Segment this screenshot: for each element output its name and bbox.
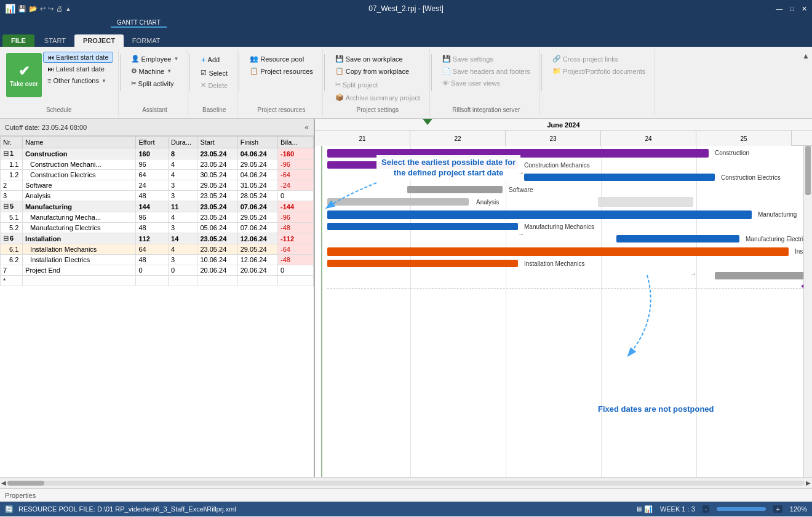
table-row[interactable]: 5.2 Manufacturing Electrics 48 3 05.06.2… bbox=[1, 223, 314, 233]
hscroll-track[interactable] bbox=[7, 481, 805, 486]
zoom-plus[interactable]: + bbox=[773, 505, 782, 513]
cell-start: 23.05.24 bbox=[197, 159, 237, 170]
table-row[interactable]: 3 Analysis 48 3 23.05.24 28.05.24 0 bbox=[1, 191, 314, 201]
ribbon-collapse-btn[interactable]: ▲ bbox=[800, 49, 812, 116]
cell-finish: 29.05.24 bbox=[237, 212, 277, 223]
ribbon-minimize[interactable]: ▲ bbox=[65, 6, 71, 12]
collapse-1[interactable]: ⊟ bbox=[3, 150, 9, 157]
table-row[interactable]: 1.1 Construction Mechani... 96 4 23.05.2… bbox=[1, 159, 314, 170]
hscroll-right[interactable]: ▶ bbox=[806, 479, 811, 486]
cell-nr: 1.2 bbox=[1, 170, 23, 180]
cell-name: Manufacturing Electrics bbox=[23, 223, 136, 233]
gantt-chart-tab-label: GANTT CHART bbox=[111, 19, 167, 28]
maximize-btn[interactable]: □ bbox=[790, 5, 794, 13]
other-functions-button[interactable]: ≡ Other functions ▼ bbox=[43, 75, 113, 86]
project-resources-button[interactable]: 📋 Project resources bbox=[245, 65, 317, 77]
portfolio-docs-button[interactable]: 📁 Project/Portfolio documents bbox=[548, 65, 650, 77]
collapse-chart-btn[interactable]: « bbox=[304, 123, 309, 132]
refresh-icon[interactable]: 🔄 bbox=[5, 505, 14, 513]
split-project-icon: ✂ bbox=[335, 81, 341, 89]
window-title: 07_West_2.rpj - [West] bbox=[368, 4, 444, 13]
copy-workplace-button[interactable]: 📋 Copy from workplace bbox=[331, 65, 413, 77]
cell-name: Project End bbox=[23, 265, 136, 276]
earliest-start-button[interactable]: ⏮ Earliest start date bbox=[43, 52, 113, 63]
month-label: June 2024 bbox=[547, 121, 579, 129]
zoom-minus[interactable]: - bbox=[703, 505, 710, 513]
split-activity-button[interactable]: ✂ Split activity bbox=[127, 78, 178, 89]
status-bar: 🔄 RESOURCE POOL FILE: D:\01 RP_video\en\… bbox=[0, 502, 812, 516]
add-icon: + bbox=[201, 55, 205, 65]
table-row[interactable]: ⊟6 Installation 112 14 23.05.24 12.06.24… bbox=[1, 233, 314, 244]
ribbon-group-project-resources: 👥 Resource pool 📋 Project resources Proj… bbox=[241, 49, 323, 116]
task-table-scroll[interactable]: Nr. Name Effort Dura... Start Finish Bil… bbox=[0, 136, 314, 477]
close-btn[interactable]: ✕ bbox=[802, 5, 807, 13]
delete-button[interactable]: ✕ Delete bbox=[196, 79, 232, 91]
qat-undo[interactable]: ↩ bbox=[40, 5, 46, 13]
tab-format[interactable]: FORMAT bbox=[124, 34, 169, 47]
copy-workplace-label: Copy from workplace bbox=[346, 68, 409, 75]
archive-label: Archive summary project bbox=[346, 94, 420, 102]
employee-label: Employee bbox=[141, 55, 172, 63]
table-row[interactable]: 2 Software 24 3 29.05.24 31.05.24 -24 bbox=[1, 180, 314, 191]
save-workplace-button[interactable]: 💾 Save on workplace bbox=[331, 53, 407, 65]
cell-bila: -24 bbox=[278, 180, 314, 191]
cell-effort: 144 bbox=[136, 201, 169, 212]
cell-name: Construction Electrics bbox=[23, 170, 136, 180]
cell-start: 23.05.24 bbox=[197, 244, 237, 255]
split-project-button[interactable]: ✂ Split project bbox=[331, 79, 424, 90]
properties-label: Properties bbox=[5, 492, 36, 499]
project-settings-group-label: Project settings bbox=[326, 106, 429, 113]
horizontal-scrollbar[interactable]: ◀ ▶ bbox=[0, 477, 812, 488]
bar-mfg-elec-label: Manufacturing Electrics bbox=[746, 236, 810, 242]
table-row[interactable]: ⊟1 Construction 160 8 23.05.24 04.06.24 … bbox=[1, 148, 314, 159]
cell-start bbox=[197, 276, 237, 286]
qat-open[interactable]: 📂 bbox=[29, 5, 38, 13]
latest-start-button[interactable]: ⏭ Latest start date bbox=[43, 63, 113, 74]
cell-effort: 64 bbox=[136, 170, 169, 180]
qat-save[interactable]: 💾 bbox=[18, 5, 26, 13]
tab-file[interactable]: FILE bbox=[2, 34, 34, 47]
resource-pool-button[interactable]: 👥 Resource pool bbox=[245, 53, 308, 65]
resource-pool-icon: 👥 bbox=[250, 55, 258, 63]
save-settings-button[interactable]: 💾 Save settings bbox=[438, 53, 498, 65]
table-row[interactable]: 7 Project End 0 0 20.06.24 20.06.24 0 bbox=[1, 265, 314, 276]
table-row[interactable]: ⊟5 Manufacturing 144 11 23.05.24 07.06.2… bbox=[1, 201, 314, 212]
machine-button[interactable]: ⚙ Machine ▼ bbox=[127, 65, 177, 77]
other-functions-arrow: ▼ bbox=[102, 78, 106, 84]
add-button[interactable]: + Add bbox=[196, 53, 224, 66]
chart-body[interactable]: Construction Construction Mechanics → Co… bbox=[315, 146, 812, 477]
select-icon: ☑ bbox=[201, 69, 207, 77]
minimize-btn[interactable]: — bbox=[776, 5, 782, 13]
ribbon-group-schedule: ✔ Take over ⏮ Earliest start date ⏭ Late… bbox=[0, 49, 119, 116]
vertical-scrollbar[interactable] bbox=[803, 146, 812, 477]
hscroll-left[interactable]: ◀ bbox=[1, 479, 6, 486]
hscroll-thumb[interactable] bbox=[7, 481, 44, 486]
table-row[interactable]: * bbox=[1, 276, 314, 286]
bar-mfg-mech-label: Manufacturing Mechanics bbox=[524, 223, 594, 230]
table-row[interactable]: 6.1 Installation Mechanics 64 4 23.05.24… bbox=[1, 244, 314, 255]
select-button[interactable]: ☑ Select bbox=[196, 67, 232, 79]
qat-redo[interactable]: ↪ bbox=[48, 5, 54, 13]
qat-print[interactable]: 🖨 bbox=[56, 5, 63, 12]
cross-project-links-button[interactable]: 🔗 Cross-project links bbox=[548, 53, 623, 65]
cell-finish: 31.05.24 bbox=[237, 180, 277, 191]
archive-summary-button[interactable]: 📦 Archive summary project bbox=[331, 92, 424, 103]
save-user-views-button[interactable]: 👁 Save user views bbox=[438, 78, 504, 89]
cutoff-line bbox=[321, 146, 322, 477]
cell-finish bbox=[237, 276, 277, 286]
table-row[interactable]: 6.2 Installation Electrics 48 3 10.06.24… bbox=[1, 255, 314, 265]
vscroll-thumb[interactable] bbox=[805, 146, 811, 195]
resource-file-label: RESOURCE POOL FILE: D:\01 RP_video\en\6_… bbox=[18, 505, 236, 513]
collapse-6[interactable]: ⊟ bbox=[3, 234, 9, 242]
tab-start[interactable]: START bbox=[36, 34, 74, 47]
tab-project[interactable]: PROJECT bbox=[74, 34, 124, 47]
col-duration: Dura... bbox=[169, 137, 197, 148]
cell-finish: 04.06.24 bbox=[237, 148, 277, 159]
collapse-5[interactable]: ⊟ bbox=[3, 202, 9, 210]
employee-button[interactable]: 👤 Employee ▼ bbox=[127, 53, 183, 65]
cross-project-label: Cross-project links bbox=[563, 55, 618, 63]
save-headers-button[interactable]: 📄 Save headers and footers bbox=[438, 65, 535, 77]
table-row[interactable]: 1.2 Construction Electrics 64 4 30.05.24… bbox=[1, 170, 314, 180]
take-over-button[interactable]: ✔ Take over bbox=[6, 53, 42, 97]
table-row[interactable]: 5.1 Manufacturing Mecha... 96 4 23.05.24… bbox=[1, 212, 314, 223]
